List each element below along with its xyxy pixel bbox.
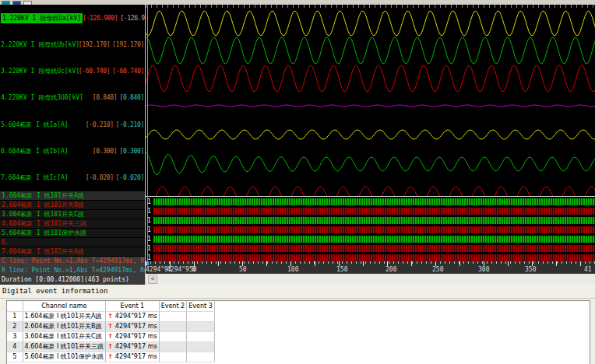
channel-name-cell: 1.604柘泉 I 线101开关A跳 <box>23 311 106 321</box>
c-cursor-value: [-0.020] <box>86 174 114 181</box>
digital-bar-row: 1 <box>146 234 595 243</box>
digital-channel-label[interactable]: 2.604柘泉 I 线101开关B跳 <box>0 201 145 210</box>
event3-cell <box>187 331 215 341</box>
duration-status: Duration [0:00.412000](463 points) <box>2 275 145 285</box>
r-cursor-value: [-126.980] <box>120 15 145 22</box>
ruler-time-label: 200 <box>386 266 396 273</box>
analog-channel-row[interactable]: 7.604柘泉 I 线Ic[A][-0.020][-0.020] <box>0 165 145 191</box>
analog-channel-label: 7.604柘泉 I 线Ic[A] <box>1 173 86 182</box>
analog-channel-label: 5.604柘泉 I 线Ia[A] <box>1 121 86 129</box>
analog-channel-row[interactable]: 5.604柘泉 I 线Ia[A][-0.210][-0.210] <box>0 111 145 138</box>
event-table-header-row: Channel name Event 1 Event 2 Event 3 <box>7 301 214 311</box>
event1-time: 4294"917 ms <box>115 343 157 350</box>
measurement-cursor-line[interactable] <box>147 5 148 261</box>
digital-bar-row: 1 <box>146 197 595 206</box>
ruler-time-label: 50 <box>239 266 247 273</box>
event-table-container: Channel name Event 1 Event 2 Event 3 11.… <box>6 300 590 364</box>
digital-bar-row: 1 <box>146 225 595 234</box>
analog-channel-row[interactable]: 4.220KV I 段母线3U0[kV][0.840][0.840] <box>0 85 145 111</box>
ruler-cursor-marker[interactable] <box>146 261 149 265</box>
digital-channel-label[interactable]: 4.604柘泉 I 线101开关三跳 <box>0 219 145 229</box>
rising-edge-arrow-icon: ↑ <box>107 353 113 360</box>
waveform-trace <box>146 187 595 196</box>
time-ruler[interactable]: 4294"914294"95005010015020025030035041 <box>146 261 595 274</box>
event-table-row[interactable]: 55.604柘泉 I 线101保护永跳↑4294"917 ms <box>7 352 214 362</box>
rising-edge-arrow-icon: ↑ <box>107 323 113 330</box>
channel-name-cell: 5.604柘泉 I 线101保护永跳 <box>23 352 106 362</box>
event2-cell <box>159 341 187 352</box>
analog-channel-label: 2.220KV I 段母线Ub[kV] <box>1 40 79 49</box>
ruler-time-label: 250 <box>432 266 443 273</box>
waveform-trace <box>146 37 595 64</box>
event3-header: Event 3 <box>187 301 215 311</box>
event2-header: Event 2 <box>159 301 187 311</box>
digital-channel-label[interactable]: 1.604柘泉 I 线101开关A跳 <box>0 191 145 201</box>
event1-cell: ↑4294"917 ms <box>106 321 160 331</box>
event1-cell: ↑4294"917 ms <box>106 311 160 321</box>
analog-channel-label: 4.220KV I 段母线3U0[kV] <box>1 93 93 102</box>
waveform-plot-area[interactable]: 1111111 4294"914294"95005010015020025030… <box>145 5 595 285</box>
channel-name-cell: 4.604柘泉 I 线101开关三跳 <box>23 341 106 352</box>
analog-channel-row[interactable]: 3.220KV I 段母线Uc[kV][-60.740][-60.740] <box>0 58 145 85</box>
event1-time: 4294"917 ms <box>115 333 157 340</box>
waveform-trace <box>146 105 595 107</box>
analog-channel-list: 1.220KV I 段母线Ua[kV][-126.980][-126.980]2… <box>0 5 145 191</box>
analog-channel-row[interactable]: 6.604柘泉 I 线Ib[A][0.300][0.300] <box>0 138 145 164</box>
row-number-cell: 2 <box>7 321 23 331</box>
digital-channel-label[interactable]: 6. <box>0 238 145 247</box>
analog-channel-label: 3.220KV I 段母线Uc[kV] <box>1 67 79 75</box>
digital-state-bar <box>153 236 595 243</box>
digital-state-bar <box>153 208 595 215</box>
r-cursor-value: [-60.740] <box>112 68 144 75</box>
event2-cell <box>159 352 187 362</box>
digital-channel-label[interactable]: 5.604柘泉 I 线101保护永跳 <box>0 229 145 238</box>
r-cursor-value: [0.300] <box>119 148 144 155</box>
ruler-time-label: 0 <box>192 266 195 273</box>
analog-channel-row[interactable]: 1.220KV I 段母线Ua[kV][-126.980][-126.980] <box>0 5 145 31</box>
row-number-cell: 5 <box>7 352 23 362</box>
event-table-row[interactable]: 33.604柘泉 I 线101开关C跳↑4294"917 ms <box>7 331 214 341</box>
digital-state-bar <box>153 245 595 252</box>
event1-cell: ↑4294"917 ms <box>106 352 160 362</box>
event-table-row[interactable]: 11.604柘泉 I 线101开关A跳↑4294"917 ms <box>7 311 214 321</box>
c-cursor-value: [192.170] <box>79 41 111 48</box>
event1-cell: ↑4294"917 ms <box>106 341 160 352</box>
event2-cell <box>159 331 187 341</box>
waveform-trace <box>146 152 595 175</box>
rising-edge-arrow-icon: ↑ <box>107 313 113 320</box>
event-table-body: 11.604柘泉 I 线101开关A跳↑4294"917 ms22.604柘泉 … <box>7 311 214 362</box>
c-cursor-value: [-60.740] <box>79 68 111 75</box>
channel-name-cell: 2.604柘泉 I 线101开关B跳 <box>23 321 106 331</box>
scroll-left-arrow-button[interactable]: < <box>148 275 157 284</box>
analog-channel-label: 1.220KV I 段母线Ua[kV] <box>1 13 83 23</box>
channel-name-header: Channel name <box>23 301 106 311</box>
event-info-title: Digital event information <box>0 285 595 299</box>
digital-state-bar <box>153 254 595 261</box>
r-cursor-value: [0.840] <box>119 94 144 101</box>
row-number-cell: 4 <box>7 341 23 352</box>
event-table-row[interactable]: 44.604柘泉 I 线101开关三跳↑4294"917 ms <box>7 341 214 352</box>
analog-channel-label: 6.604柘泉 I 线Ib[A] <box>1 147 93 156</box>
rising-edge-arrow-icon: ↑ <box>107 343 113 350</box>
waveform-trace <box>146 65 595 92</box>
waveform-trace <box>146 11 595 36</box>
ruler-time-label: 350 <box>525 266 536 273</box>
digital-state-bar <box>153 226 595 233</box>
top-tick-strip <box>146 5 595 8</box>
row-number-cell: 1 <box>7 311 23 321</box>
event2-cell <box>159 321 187 331</box>
digital-status-bars: 1111111 <box>146 196 595 261</box>
event-table-row[interactable]: 22.604柘泉 I 线101开关B跳↑4294"917 ms <box>7 321 214 331</box>
digital-channel-label[interactable]: 3.604柘泉 I 线101开关C跳 <box>0 210 145 219</box>
horizontal-scrollbar[interactable]: < <box>146 274 595 285</box>
r-cursor-value: [192.170] <box>112 41 144 48</box>
r-cursor-value: [-0.020] <box>116 174 144 181</box>
ruler-time-label: 100 <box>287 266 298 273</box>
digital-channel-label[interactable]: 7.604柘泉 I 线102开关A跳 <box>0 247 145 257</box>
row-number-header <box>7 301 23 311</box>
analog-channel-row[interactable]: 2.220KV I 段母线Ub[kV][192.170][192.170] <box>0 31 145 58</box>
digital-state-bar <box>153 217 595 224</box>
event3-cell <box>187 341 215 352</box>
digital-bar-row: 1 <box>146 243 595 253</box>
waveform-workspace: 1.220KV I 段母线Ua[kV][-126.980][-126.980]2… <box>0 5 595 285</box>
